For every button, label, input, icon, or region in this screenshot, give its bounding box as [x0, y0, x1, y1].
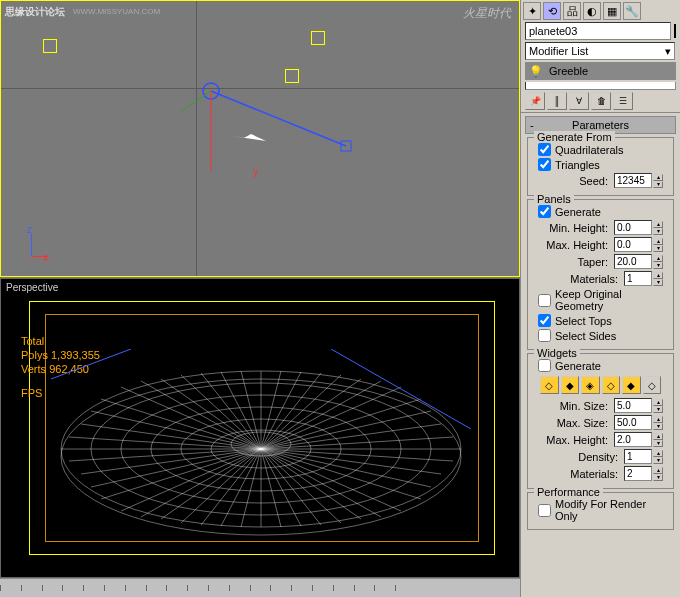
taper-input[interactable]: [614, 254, 652, 269]
density-input[interactable]: [624, 449, 652, 464]
watermark-text: 思缘设计论坛: [5, 5, 65, 19]
object-marker[interactable]: [43, 39, 57, 53]
chk-triangles[interactable]: [538, 158, 551, 171]
svg-line-5: [181, 91, 211, 111]
spinner-up-icon[interactable]: ▴: [653, 399, 663, 406]
axis-y-label: y: [253, 166, 258, 177]
spinner-down-icon[interactable]: ▾: [653, 440, 663, 447]
group-widgets: Widgets Generate ◇ ◆ ◈ ◇ ◆ ◇ Min. Size:▴…: [527, 353, 674, 489]
spinner-up-icon[interactable]: ▴: [653, 221, 663, 228]
widgets-max-height-input[interactable]: [614, 432, 652, 447]
svg-line-39: [51, 349, 131, 379]
viewport-area: 思缘设计论坛 WWW.MISSYUAN.COM 火星时代 y zx: [0, 0, 520, 578]
spinner-down-icon[interactable]: ▾: [653, 474, 663, 481]
spinner-down-icon[interactable]: ▾: [653, 262, 663, 269]
chk-widgets-generate[interactable]: [538, 359, 551, 372]
tab-display-icon[interactable]: ▦: [603, 2, 621, 20]
configure-sets-button[interactable]: ☰: [613, 92, 633, 110]
chk-select-tops[interactable]: [538, 314, 551, 327]
object-color-swatch[interactable]: [674, 24, 676, 38]
wireframe-mesh[interactable]: [51, 349, 471, 549]
viewport-label: Perspective: [6, 282, 58, 293]
chk-render-only[interactable]: [538, 504, 551, 517]
widget-shape-2-button[interactable]: ◆: [561, 376, 580, 394]
spinner-down-icon[interactable]: ▾: [653, 279, 663, 286]
viewport-perspective[interactable]: Perspective Total Polys 1,393,355 Verts …: [0, 278, 520, 578]
tab-motion-icon[interactable]: ◐: [583, 2, 601, 20]
minus-icon: -: [530, 119, 534, 131]
chk-select-sides[interactable]: [538, 329, 551, 342]
group-panels: Panels Generate Min. Height:▴▾ Max. Heig…: [527, 199, 674, 350]
spinner-down-icon[interactable]: ▾: [653, 457, 663, 464]
spinner-down-icon[interactable]: ▾: [653, 423, 663, 430]
spinner-up-icon[interactable]: ▴: [653, 255, 663, 262]
make-unique-button[interactable]: ∀: [569, 92, 589, 110]
widget-shape-3-button[interactable]: ◈: [581, 376, 600, 394]
viewport-top[interactable]: 思缘设计论坛 WWW.MISSYUAN.COM 火星时代 y zx: [0, 0, 520, 277]
stats-total: Total: [21, 334, 100, 348]
spinner-up-icon[interactable]: ▴: [653, 238, 663, 245]
svg-line-1: [211, 91, 346, 146]
min-size-input[interactable]: [614, 398, 652, 413]
pin-stack-button[interactable]: 📌: [525, 92, 545, 110]
spinner-up-icon[interactable]: ▴: [653, 450, 663, 457]
timeline-slider[interactable]: [0, 578, 520, 597]
group-performance: Performance Modify For Render Only: [527, 492, 674, 530]
remove-modifier-button[interactable]: 🗑: [591, 92, 611, 110]
chk-quadrilaterals[interactable]: [538, 143, 551, 156]
bulb-icon[interactable]: 💡: [529, 65, 543, 78]
spinner-up-icon[interactable]: ▴: [653, 174, 663, 181]
object-name-input[interactable]: [525, 22, 671, 40]
modifier-list-dropdown[interactable]: Modifier List: [525, 42, 675, 60]
spinner-down-icon[interactable]: ▾: [653, 406, 663, 413]
widgets-materials-input[interactable]: [624, 466, 652, 481]
spinner-up-icon[interactable]: ▴: [653, 467, 663, 474]
svg-line-38: [331, 349, 471, 429]
spinner-up-icon[interactable]: ▴: [653, 433, 663, 440]
tab-create-icon[interactable]: ✦: [523, 2, 541, 20]
watermark-url: WWW.MISSYUAN.COM: [73, 7, 160, 16]
chk-keep-original[interactable]: [538, 294, 551, 307]
modifier-stack-item[interactable]: 💡 Greeble: [525, 62, 676, 80]
camera-cone-icon[interactable]: [196, 86, 376, 186]
object-marker[interactable]: [285, 69, 299, 83]
spinner-up-icon[interactable]: ▴: [653, 272, 663, 279]
chk-panels-generate[interactable]: [538, 205, 551, 218]
tab-modify-icon[interactable]: ⟲: [543, 2, 561, 20]
spinner-up-icon[interactable]: ▴: [653, 416, 663, 423]
min-height-input[interactable]: [614, 220, 652, 235]
widget-shape-6-button[interactable]: ◇: [643, 376, 662, 394]
group-generate-from: Generate From Quadrilaterals Triangles S…: [527, 137, 674, 196]
command-panel: ✦ ⟲ 品 ◐ ▦ 🔧 Modifier List 💡 Greeble 📌 ║ …: [520, 0, 680, 597]
widget-shape-1-button[interactable]: ◇: [540, 376, 559, 394]
modifier-name: Greeble: [549, 65, 588, 77]
widget-shape-5-button[interactable]: ◆: [622, 376, 641, 394]
axis-gizmo-icon: zx: [13, 224, 53, 264]
panels-materials-input[interactable]: [624, 271, 652, 286]
seed-input[interactable]: [614, 173, 652, 188]
spinner-down-icon[interactable]: ▾: [653, 181, 663, 188]
tab-utilities-icon[interactable]: 🔧: [623, 2, 641, 20]
show-result-button[interactable]: ║: [547, 92, 567, 110]
max-size-input[interactable]: [614, 415, 652, 430]
object-marker[interactable]: [311, 31, 325, 45]
widget-shape-4-button[interactable]: ◇: [602, 376, 621, 394]
max-height-input[interactable]: [614, 237, 652, 252]
svg-marker-3: [231, 134, 266, 141]
tab-hierarchy-icon[interactable]: 品: [563, 2, 581, 20]
spinner-down-icon[interactable]: ▾: [653, 228, 663, 235]
watermark-logo: 火星时代: [463, 5, 511, 22]
tab-toolbar: ✦ ⟲ 品 ◐ ▦ 🔧: [521, 0, 680, 20]
spinner-down-icon[interactable]: ▾: [653, 245, 663, 252]
